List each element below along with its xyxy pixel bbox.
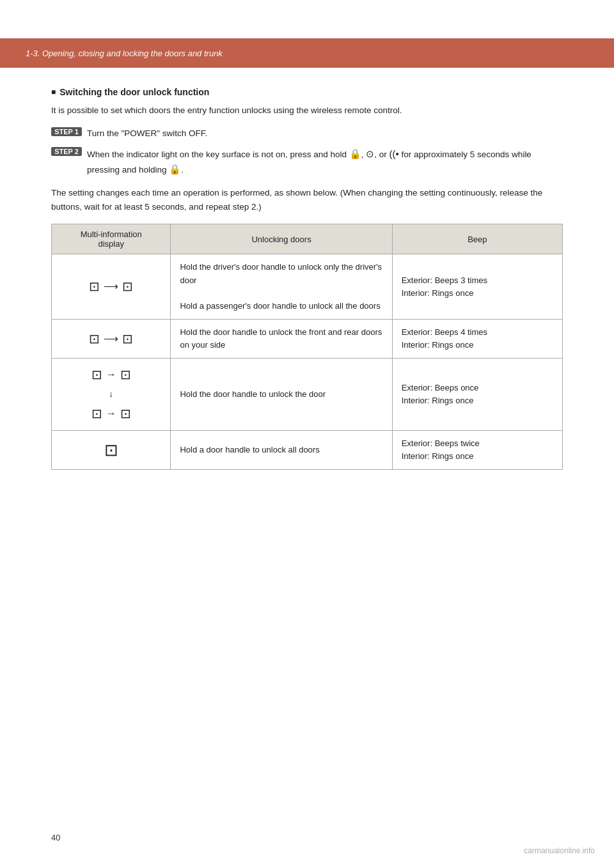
- icon-beep: ((•: [390, 148, 399, 159]
- display-cell-3: ⊡ → ⊡ ↓ ⊡ → ⊡: [52, 359, 171, 431]
- unlocking-cell-1: Hold the driver's door handle to unlock …: [171, 254, 392, 320]
- door-diagram-3-top: ⊡ → ⊡: [91, 365, 131, 385]
- unlocking-cell-2: Hold the door handle to unlock the front…: [171, 319, 392, 358]
- table-row: ⊡ ⟶ ⊡ Hold the driver's door handle to u…: [52, 254, 563, 320]
- display-cell-2: ⊡ ⟶ ⊡: [52, 319, 171, 358]
- unlock-table: Multi-informationdisplay Unlocking doors…: [51, 224, 563, 470]
- step-2-text: When the indicator light on the key surf…: [87, 146, 563, 177]
- arrow-1: ⟶: [104, 279, 118, 295]
- door-diagram-2: ⊡ ⟶ ⊡: [61, 329, 161, 349]
- unlocking-cell-4: Hold a door handle to unlock all doors: [171, 430, 392, 469]
- door-icon-tl: ⊡: [91, 365, 102, 385]
- display-cell-4: ⊡: [52, 430, 171, 469]
- door-icon-right-1: ⊡: [122, 277, 133, 297]
- watermark: carmanualonline.info: [524, 846, 595, 855]
- step-2-badge: STEP 2: [51, 147, 82, 156]
- door-icon-tr: ⊡: [120, 365, 131, 385]
- beep-cell-3: Exterior: Beeps onceInterior: Rings once: [392, 359, 562, 431]
- door-icon-left-2: ⊡: [89, 329, 100, 349]
- door-icon-right-2: ⊡: [122, 329, 133, 349]
- step-1-badge: STEP 1: [51, 127, 82, 136]
- door-diagram-1: ⊡ ⟶ ⊡: [61, 277, 161, 297]
- header-title: 1-3. Opening, closing and locking the do…: [26, 49, 223, 58]
- section-title: Switching the door unlock function: [51, 87, 563, 97]
- table-row: ⊡ → ⊡ ↓ ⊡ → ⊡ Hold the door handle to un: [52, 359, 563, 431]
- beep-cell-4: Exterior: Beeps twiceInterior: Rings onc…: [392, 430, 562, 469]
- col-header-beep: Beep: [392, 224, 562, 254]
- arrow-3b: →: [106, 406, 116, 422]
- unlocking-cell-3: Hold the door handle to unlock the door: [171, 359, 392, 431]
- door-icon-br: ⊡: [120, 404, 131, 424]
- display-cell-1: ⊡ ⟶ ⊡: [52, 254, 171, 320]
- beep-cell-1: Exterior: Beeps 3 timesInterior: Rings o…: [392, 254, 562, 320]
- step-1-row: STEP 1 Turn the "POWER" switch OFF.: [51, 127, 563, 141]
- intro-text: It is possible to set which doors the en…: [51, 104, 563, 118]
- icon-lock: 🔒: [349, 148, 361, 159]
- col-header-unlocking: Unlocking doors: [171, 224, 392, 254]
- icon-lock2: 🔒: [169, 164, 181, 174]
- arrow-3d: ↓: [109, 387, 113, 401]
- door-diagram-3-bot: ⊡ → ⊡: [91, 404, 131, 424]
- main-content: Switching the door unlock function It is…: [0, 68, 614, 508]
- door-icon-bl: ⊡: [91, 404, 102, 424]
- col-header-display: Multi-informationdisplay: [52, 224, 171, 254]
- table-header-row: Multi-informationdisplay Unlocking doors…: [52, 224, 563, 254]
- beep-cell-2: Exterior: Beeps 4 timesInterior: Rings o…: [392, 319, 562, 358]
- table-row: ⊡ ⟶ ⊡ Hold the door handle to unlock the…: [52, 319, 563, 358]
- page-number: 40: [51, 833, 60, 842]
- door-diagram-4: ⊡: [61, 437, 161, 463]
- arrow-2: ⟶: [104, 331, 118, 347]
- step-2-row: STEP 2 When the indicator light on the k…: [51, 146, 563, 177]
- door-diagram-3: ⊡ → ⊡ ↓ ⊡ → ⊡: [61, 365, 161, 424]
- step-1-text: Turn the "POWER" switch OFF.: [87, 127, 207, 141]
- setting-note: The setting changes each time an operati…: [51, 186, 563, 213]
- door-icon-left-1: ⊡: [89, 277, 100, 297]
- arrow-3t: →: [106, 367, 116, 383]
- table-row: ⊡ Hold a door handle to unlock all doors…: [52, 430, 563, 469]
- header-bar: 1-3. Opening, closing and locking the do…: [0, 38, 614, 68]
- icon-remote: ⊙: [366, 148, 374, 159]
